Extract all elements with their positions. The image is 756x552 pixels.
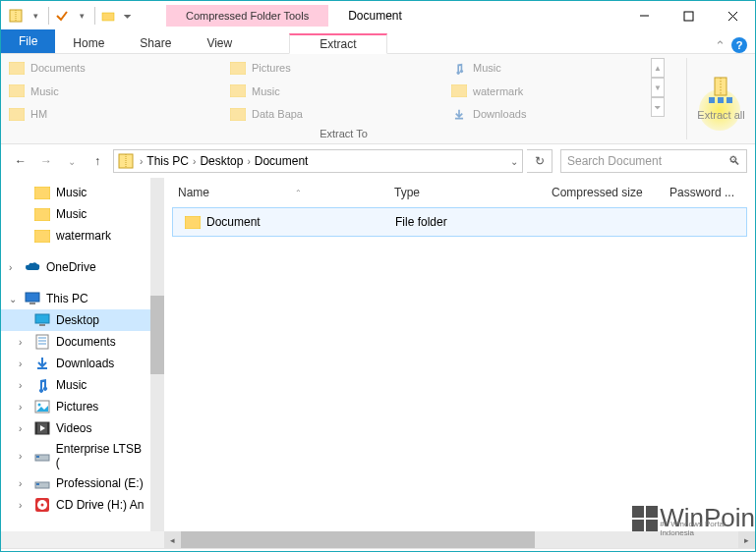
tree-item-music[interactable]: ›Music: [1, 374, 150, 396]
address-dropdown-icon[interactable]: ⌄: [510, 156, 518, 167]
svg-rect-21: [34, 187, 50, 199]
column-name[interactable]: Name⌃: [172, 182, 388, 203]
window-controls: [622, 1, 755, 30]
dest-music-3[interactable]: Music: [230, 82, 439, 101]
dest-hm[interactable]: HM: [9, 104, 218, 124]
drive-icon: [34, 448, 50, 464]
breadcrumb-desktop[interactable]: Desktop: [198, 152, 245, 170]
videos-icon: [34, 420, 50, 436]
extract-all-icon: [705, 76, 736, 107]
navigation-tree[interactable]: MusicMusicwatermark›OneDrive⌄This PCDesk…: [1, 178, 150, 531]
back-button[interactable]: ←: [9, 149, 32, 173]
column-type[interactable]: Type: [388, 182, 546, 203]
recent-button[interactable]: ⌄: [60, 149, 84, 173]
breadcrumb-thispc[interactable]: This PC: [145, 152, 191, 170]
minimize-button[interactable]: [622, 1, 667, 30]
title-bar: ▾ ▾ ⏷ Compressed Folder Tools Document: [1, 1, 755, 30]
watermark: WinPoin #1 Windows Portal Indonesia: [632, 503, 755, 533]
home-tab[interactable]: Home: [55, 33, 122, 53]
dest-music[interactable]: Music: [451, 58, 661, 78]
tree-item-pictures[interactable]: ›Pictures: [1, 396, 150, 417]
svg-point-33: [38, 404, 41, 407]
svg-rect-16: [709, 97, 715, 103]
dest-documents[interactable]: Documents: [9, 58, 218, 78]
svg-rect-17: [718, 97, 724, 103]
file-row[interactable]: Document File folder: [172, 207, 747, 237]
horizontal-scrollbar[interactable]: ◂ ▸: [1, 531, 755, 548]
dest-databapa[interactable]: Data Bapa: [230, 104, 439, 124]
refresh-button[interactable]: ↻: [527, 149, 552, 173]
chevron-right-icon[interactable]: ›: [138, 156, 145, 167]
file-tab[interactable]: File: [1, 29, 55, 53]
folder-icon: [34, 206, 50, 222]
close-button[interactable]: [711, 1, 755, 30]
zip-icon: [118, 153, 134, 169]
tree-item-music[interactable]: Music: [1, 182, 150, 203]
svg-rect-9: [9, 84, 25, 97]
forward-button[interactable]: →: [34, 149, 58, 173]
tree-item-desktop[interactable]: Desktop: [1, 309, 150, 331]
folder-icon: [185, 216, 201, 229]
column-password[interactable]: Password ...: [664, 182, 742, 203]
qat-dropdown-icon[interactable]: ▾: [27, 7, 44, 25]
help-icon[interactable]: ?: [731, 37, 747, 53]
svg-rect-35: [35, 422, 37, 434]
qat-dropdown-icon[interactable]: ▾: [73, 7, 90, 25]
tree-item-documents[interactable]: ›Documents: [1, 331, 150, 353]
properties-icon[interactable]: [53, 7, 71, 25]
status-bar: 1 item: [1, 548, 755, 552]
hscroll-left-button[interactable]: ◂: [164, 531, 181, 548]
tree-item-music[interactable]: Music: [1, 203, 150, 225]
gallery-more-button[interactable]: ⏷: [651, 97, 665, 117]
up-button[interactable]: ↑: [86, 149, 109, 173]
svg-rect-22: [34, 208, 50, 221]
music-icon: [34, 377, 50, 393]
dest-downloads[interactable]: Downloads: [451, 104, 661, 124]
qat-customize-icon[interactable]: ⏷: [119, 7, 137, 25]
tree-item-videos[interactable]: ›Videos: [1, 417, 150, 439]
gallery-up-button[interactable]: ▲: [651, 58, 665, 78]
collapse-ribbon-icon[interactable]: ⌃: [715, 38, 726, 53]
maximize-button[interactable]: [667, 1, 711, 30]
dest-music-2[interactable]: Music: [9, 82, 218, 101]
svg-rect-2: [102, 13, 114, 21]
svg-rect-7: [9, 62, 25, 75]
tree-item-enterprise-ltsb-[interactable]: ›Enterprise LTSB (: [1, 439, 150, 472]
tree-scrollbar[interactable]: [150, 178, 164, 531]
chevron-right-icon[interactable]: ›: [191, 156, 198, 167]
ribbon-context-tab: Compressed Folder Tools: [166, 5, 328, 27]
tree-item-cd-drive-h-an[interactable]: ›CD Drive (H:) An: [1, 494, 150, 516]
breadcrumb-document[interactable]: Document: [253, 152, 311, 170]
chevron-right-icon[interactable]: ›: [245, 156, 252, 167]
tree-item-downloads[interactable]: ›Downloads: [1, 353, 150, 374]
address-bar[interactable]: › This PC › Desktop › Document ⌄: [113, 149, 523, 173]
svg-rect-25: [29, 303, 35, 304]
svg-point-43: [41, 504, 44, 507]
svg-rect-28: [36, 335, 48, 349]
column-size[interactable]: Compressed size: [546, 182, 664, 203]
drive-icon: [34, 475, 50, 491]
dest-pictures[interactable]: Pictures: [230, 58, 439, 78]
search-input[interactable]: Search Document 🔍︎: [560, 149, 747, 173]
svg-rect-27: [39, 324, 45, 326]
tree-item-this-pc[interactable]: ⌄This PC: [1, 288, 150, 309]
share-tab[interactable]: Share: [122, 33, 189, 53]
folder-icon: [34, 185, 50, 200]
gallery-down-button[interactable]: ▼: [651, 78, 665, 97]
tree-item-watermark[interactable]: watermark: [1, 225, 150, 247]
extract-all-group: Extract all ☟: [686, 58, 755, 139]
extract-tab[interactable]: Extract: [289, 33, 386, 54]
extract-all-button[interactable]: Extract all: [697, 76, 744, 121]
new-folder-icon[interactable]: [99, 7, 117, 25]
main-area: MusicMusicwatermark›OneDrive⌄This PCDesk…: [1, 178, 755, 531]
tree-item-professional-e-[interactable]: ›Professional (E:): [1, 472, 150, 494]
search-icon: 🔍︎: [728, 154, 740, 168]
hscroll-thumb[interactable]: [181, 531, 535, 548]
svg-rect-23: [34, 230, 50, 243]
scrollbar-thumb[interactable]: [150, 296, 164, 374]
view-tab[interactable]: View: [189, 33, 250, 53]
ribbon: Documents Pictures Music Music Music wat…: [1, 54, 755, 144]
sort-indicator-icon: ⌃: [295, 189, 302, 197]
dest-watermark[interactable]: watermark: [451, 82, 661, 101]
tree-item-onedrive[interactable]: ›OneDrive: [1, 256, 150, 278]
